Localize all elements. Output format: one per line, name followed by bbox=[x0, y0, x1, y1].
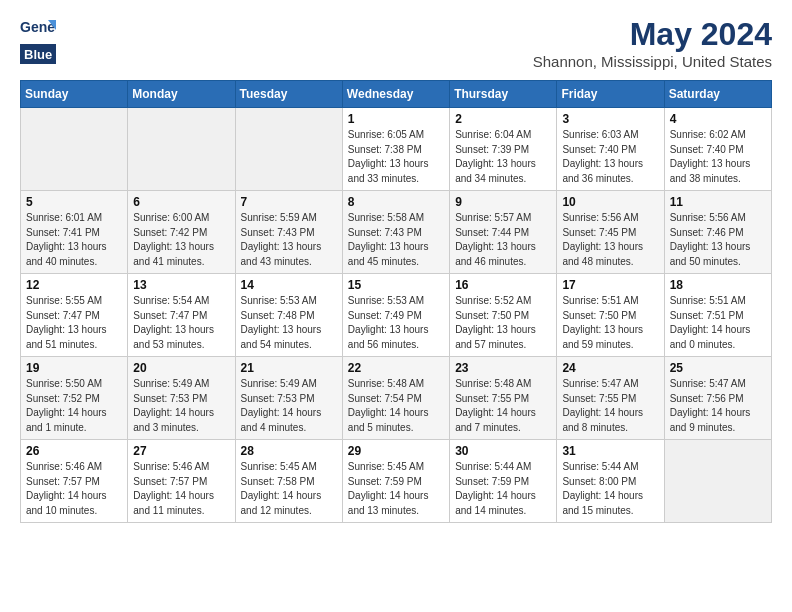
calendar-cell: 23Sunrise: 5:48 AM Sunset: 7:55 PM Dayli… bbox=[450, 357, 557, 440]
calendar-table: SundayMondayTuesdayWednesdayThursdayFrid… bbox=[20, 80, 772, 523]
day-detail: Sunrise: 5:44 AM Sunset: 8:00 PM Dayligh… bbox=[562, 460, 658, 518]
day-detail: Sunrise: 5:52 AM Sunset: 7:50 PM Dayligh… bbox=[455, 294, 551, 352]
calendar-cell: 27Sunrise: 5:46 AM Sunset: 7:57 PM Dayli… bbox=[128, 440, 235, 523]
day-detail: Sunrise: 5:45 AM Sunset: 7:59 PM Dayligh… bbox=[348, 460, 444, 518]
day-number: 26 bbox=[26, 444, 122, 458]
calendar-cell: 3Sunrise: 6:03 AM Sunset: 7:40 PM Daylig… bbox=[557, 108, 664, 191]
day-number: 18 bbox=[670, 278, 766, 292]
day-detail: Sunrise: 5:50 AM Sunset: 7:52 PM Dayligh… bbox=[26, 377, 122, 435]
weekday-header-tuesday: Tuesday bbox=[235, 81, 342, 108]
day-detail: Sunrise: 5:47 AM Sunset: 7:56 PM Dayligh… bbox=[670, 377, 766, 435]
logo-icon: General bbox=[20, 16, 56, 44]
calendar-cell: 10Sunrise: 5:56 AM Sunset: 7:45 PM Dayli… bbox=[557, 191, 664, 274]
day-number: 22 bbox=[348, 361, 444, 375]
calendar-cell: 8Sunrise: 5:58 AM Sunset: 7:43 PM Daylig… bbox=[342, 191, 449, 274]
weekday-header-monday: Monday bbox=[128, 81, 235, 108]
weekday-header-friday: Friday bbox=[557, 81, 664, 108]
calendar-cell: 7Sunrise: 5:59 AM Sunset: 7:43 PM Daylig… bbox=[235, 191, 342, 274]
calendar-cell: 15Sunrise: 5:53 AM Sunset: 7:49 PM Dayli… bbox=[342, 274, 449, 357]
day-number: 3 bbox=[562, 112, 658, 126]
day-number: 19 bbox=[26, 361, 122, 375]
day-number: 25 bbox=[670, 361, 766, 375]
day-detail: Sunrise: 5:46 AM Sunset: 7:57 PM Dayligh… bbox=[26, 460, 122, 518]
calendar-cell: 12Sunrise: 5:55 AM Sunset: 7:47 PM Dayli… bbox=[21, 274, 128, 357]
calendar-cell: 20Sunrise: 5:49 AM Sunset: 7:53 PM Dayli… bbox=[128, 357, 235, 440]
day-detail: Sunrise: 6:04 AM Sunset: 7:39 PM Dayligh… bbox=[455, 128, 551, 186]
week-row-5: 26Sunrise: 5:46 AM Sunset: 7:57 PM Dayli… bbox=[21, 440, 772, 523]
day-detail: Sunrise: 6:03 AM Sunset: 7:40 PM Dayligh… bbox=[562, 128, 658, 186]
weekday-header-wednesday: Wednesday bbox=[342, 81, 449, 108]
weekday-header-saturday: Saturday bbox=[664, 81, 771, 108]
day-number: 7 bbox=[241, 195, 337, 209]
calendar-cell: 31Sunrise: 5:44 AM Sunset: 8:00 PM Dayli… bbox=[557, 440, 664, 523]
day-detail: Sunrise: 6:01 AM Sunset: 7:41 PM Dayligh… bbox=[26, 211, 122, 269]
calendar-cell: 30Sunrise: 5:44 AM Sunset: 7:59 PM Dayli… bbox=[450, 440, 557, 523]
day-detail: Sunrise: 5:59 AM Sunset: 7:43 PM Dayligh… bbox=[241, 211, 337, 269]
day-number: 16 bbox=[455, 278, 551, 292]
weekday-header-row: SundayMondayTuesdayWednesdayThursdayFrid… bbox=[21, 81, 772, 108]
week-row-2: 5Sunrise: 6:01 AM Sunset: 7:41 PM Daylig… bbox=[21, 191, 772, 274]
day-number: 23 bbox=[455, 361, 551, 375]
day-number: 31 bbox=[562, 444, 658, 458]
month-title: May 2024 bbox=[533, 16, 772, 53]
day-detail: Sunrise: 5:55 AM Sunset: 7:47 PM Dayligh… bbox=[26, 294, 122, 352]
title-block: May 2024 Shannon, Mississippi, United St… bbox=[533, 16, 772, 70]
day-detail: Sunrise: 5:51 AM Sunset: 7:51 PM Dayligh… bbox=[670, 294, 766, 352]
day-detail: Sunrise: 6:00 AM Sunset: 7:42 PM Dayligh… bbox=[133, 211, 229, 269]
day-number: 6 bbox=[133, 195, 229, 209]
day-number: 5 bbox=[26, 195, 122, 209]
day-number: 12 bbox=[26, 278, 122, 292]
day-number: 9 bbox=[455, 195, 551, 209]
calendar-cell: 13Sunrise: 5:54 AM Sunset: 7:47 PM Dayli… bbox=[128, 274, 235, 357]
calendar-cell bbox=[128, 108, 235, 191]
calendar-cell: 11Sunrise: 5:56 AM Sunset: 7:46 PM Dayli… bbox=[664, 191, 771, 274]
day-detail: Sunrise: 6:02 AM Sunset: 7:40 PM Dayligh… bbox=[670, 128, 766, 186]
day-detail: Sunrise: 5:56 AM Sunset: 7:46 PM Dayligh… bbox=[670, 211, 766, 269]
page-header: General Blue May 2024 Shannon, Mississip… bbox=[20, 16, 772, 70]
day-number: 4 bbox=[670, 112, 766, 126]
day-number: 1 bbox=[348, 112, 444, 126]
calendar-cell: 22Sunrise: 5:48 AM Sunset: 7:54 PM Dayli… bbox=[342, 357, 449, 440]
day-number: 13 bbox=[133, 278, 229, 292]
week-row-3: 12Sunrise: 5:55 AM Sunset: 7:47 PM Dayli… bbox=[21, 274, 772, 357]
day-detail: Sunrise: 6:05 AM Sunset: 7:38 PM Dayligh… bbox=[348, 128, 444, 186]
calendar-cell: 5Sunrise: 6:01 AM Sunset: 7:41 PM Daylig… bbox=[21, 191, 128, 274]
day-detail: Sunrise: 5:46 AM Sunset: 7:57 PM Dayligh… bbox=[133, 460, 229, 518]
calendar-cell: 4Sunrise: 6:02 AM Sunset: 7:40 PM Daylig… bbox=[664, 108, 771, 191]
calendar-cell: 29Sunrise: 5:45 AM Sunset: 7:59 PM Dayli… bbox=[342, 440, 449, 523]
day-number: 27 bbox=[133, 444, 229, 458]
weekday-header-sunday: Sunday bbox=[21, 81, 128, 108]
day-number: 29 bbox=[348, 444, 444, 458]
calendar-cell: 28Sunrise: 5:45 AM Sunset: 7:58 PM Dayli… bbox=[235, 440, 342, 523]
day-detail: Sunrise: 5:56 AM Sunset: 7:45 PM Dayligh… bbox=[562, 211, 658, 269]
day-detail: Sunrise: 5:54 AM Sunset: 7:47 PM Dayligh… bbox=[133, 294, 229, 352]
calendar-cell: 25Sunrise: 5:47 AM Sunset: 7:56 PM Dayli… bbox=[664, 357, 771, 440]
day-number: 20 bbox=[133, 361, 229, 375]
logo: General Blue bbox=[20, 16, 56, 64]
calendar-cell: 2Sunrise: 6:04 AM Sunset: 7:39 PM Daylig… bbox=[450, 108, 557, 191]
calendar-cell: 17Sunrise: 5:51 AM Sunset: 7:50 PM Dayli… bbox=[557, 274, 664, 357]
calendar-cell: 16Sunrise: 5:52 AM Sunset: 7:50 PM Dayli… bbox=[450, 274, 557, 357]
day-number: 28 bbox=[241, 444, 337, 458]
day-detail: Sunrise: 5:49 AM Sunset: 7:53 PM Dayligh… bbox=[133, 377, 229, 435]
calendar-cell: 26Sunrise: 5:46 AM Sunset: 7:57 PM Dayli… bbox=[21, 440, 128, 523]
calendar-cell: 6Sunrise: 6:00 AM Sunset: 7:42 PM Daylig… bbox=[128, 191, 235, 274]
day-detail: Sunrise: 5:47 AM Sunset: 7:55 PM Dayligh… bbox=[562, 377, 658, 435]
calendar-cell bbox=[664, 440, 771, 523]
day-detail: Sunrise: 5:51 AM Sunset: 7:50 PM Dayligh… bbox=[562, 294, 658, 352]
day-number: 14 bbox=[241, 278, 337, 292]
day-number: 15 bbox=[348, 278, 444, 292]
day-number: 30 bbox=[455, 444, 551, 458]
day-number: 11 bbox=[670, 195, 766, 209]
day-detail: Sunrise: 5:48 AM Sunset: 7:54 PM Dayligh… bbox=[348, 377, 444, 435]
calendar-cell: 14Sunrise: 5:53 AM Sunset: 7:48 PM Dayli… bbox=[235, 274, 342, 357]
calendar-cell bbox=[235, 108, 342, 191]
week-row-4: 19Sunrise: 5:50 AM Sunset: 7:52 PM Dayli… bbox=[21, 357, 772, 440]
day-detail: Sunrise: 5:58 AM Sunset: 7:43 PM Dayligh… bbox=[348, 211, 444, 269]
day-detail: Sunrise: 5:45 AM Sunset: 7:58 PM Dayligh… bbox=[241, 460, 337, 518]
location-title: Shannon, Mississippi, United States bbox=[533, 53, 772, 70]
calendar-cell: 19Sunrise: 5:50 AM Sunset: 7:52 PM Dayli… bbox=[21, 357, 128, 440]
day-detail: Sunrise: 5:53 AM Sunset: 7:49 PM Dayligh… bbox=[348, 294, 444, 352]
day-detail: Sunrise: 5:49 AM Sunset: 7:53 PM Dayligh… bbox=[241, 377, 337, 435]
calendar-cell: 21Sunrise: 5:49 AM Sunset: 7:53 PM Dayli… bbox=[235, 357, 342, 440]
